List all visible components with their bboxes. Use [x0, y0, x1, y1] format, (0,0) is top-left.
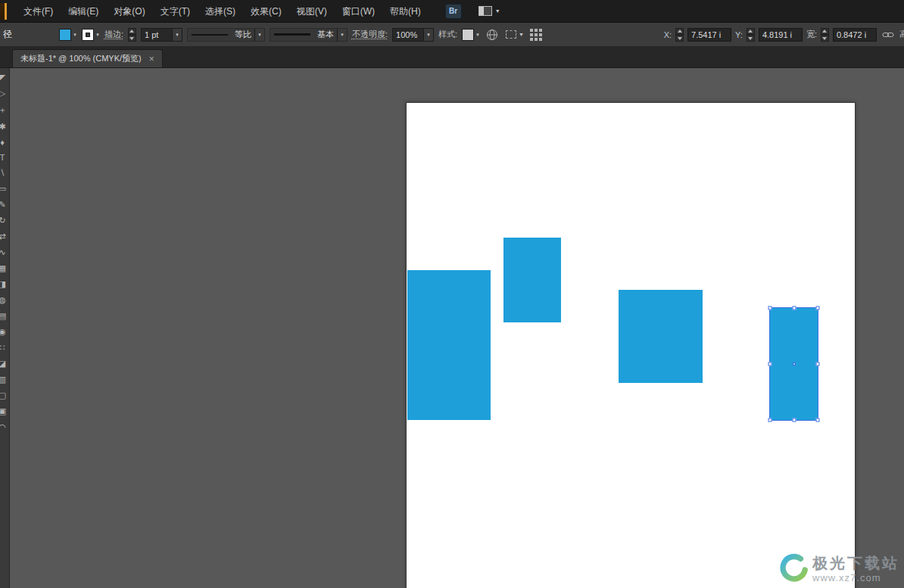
constrain-proportions-button[interactable] [881, 30, 896, 39]
selection-handle[interactable] [768, 306, 772, 310]
y-input[interactable]: 4.8191 i [759, 28, 803, 42]
y-label: Y: [735, 30, 743, 39]
fill-color-swatch[interactable] [59, 29, 71, 41]
layout-icon [478, 6, 492, 16]
chevron-down-icon[interactable]: ▼ [172, 29, 182, 41]
workspace-switcher-button[interactable]: ▼ [478, 6, 500, 16]
recolor-artwork-button[interactable] [485, 29, 500, 41]
tool-icon[interactable]: ▢ [0, 390, 10, 400]
tool-icon[interactable]: ∖ [0, 168, 10, 178]
rectangle-shape-selected[interactable] [770, 308, 818, 420]
artboard[interactable] [406, 102, 856, 588]
tool-icon[interactable]: T [0, 153, 10, 162]
menu-window[interactable]: 窗口(W) [335, 0, 382, 23]
rectangle-shape[interactable] [407, 270, 491, 420]
tool-icon[interactable]: ▤ [0, 311, 10, 321]
tool-icon[interactable]: ◉ [0, 327, 10, 337]
menu-edit[interactable]: 编辑(E) [61, 0, 106, 23]
tool-icon[interactable]: ◨ [0, 279, 10, 289]
y-stepper[interactable] [747, 28, 755, 42]
width-input[interactable]: 0.8472 i [833, 28, 877, 42]
width-profile-label: 等比 [232, 29, 254, 41]
document-tab[interactable]: 未标题-1* @ 100% (CMYK/预览) × [12, 49, 163, 67]
tool-icon[interactable]: ♦ [0, 138, 10, 147]
center-point [793, 362, 796, 366]
width-profile-combo[interactable]: 等比 ▼ [187, 28, 265, 42]
stroke-color-swatch[interactable] [82, 29, 94, 41]
width-label: 宽: [806, 29, 817, 40]
selection-handle[interactable] [816, 418, 820, 422]
selection-handle[interactable] [792, 418, 796, 422]
stroke-width-combo[interactable]: 1 pt ▼ [141, 28, 182, 42]
graphic-style-control[interactable]: ▼ [462, 29, 480, 41]
tool-icon[interactable]: ◠ [0, 422, 10, 432]
rectangle-shape[interactable] [619, 290, 703, 383]
tool-icon[interactable]: ＋ [0, 104, 10, 116]
document-tab-bar: 未标题-1* @ 100% (CMYK/预览) × [0, 47, 904, 68]
fill-color-control[interactable]: ▼ [59, 29, 77, 41]
x-input[interactable]: 7.5417 i [687, 28, 731, 42]
watermark-swirl-icon [778, 553, 809, 585]
selection-handle[interactable] [768, 362, 772, 366]
opacity-panel-link[interactable]: 不透明度: [352, 29, 388, 40]
chevron-down-icon: ▼ [519, 32, 524, 37]
style-label: 样式: [438, 29, 457, 40]
chevron-down-icon[interactable]: ▼ [337, 29, 347, 41]
tool-icon[interactable]: ✎ [0, 200, 10, 210]
stroke-color-control[interactable]: ▼ [82, 29, 100, 41]
tool-icon[interactable]: ◍ [0, 295, 10, 305]
tool-icon[interactable]: ∷ [0, 343, 10, 353]
bridge-launcher-button[interactable]: Br [445, 4, 462, 19]
chain-link-icon [882, 30, 894, 39]
tool-icon[interactable]: ▥ [0, 375, 10, 384]
tool-icon[interactable]: ▷ [0, 89, 10, 98]
chevron-down-icon[interactable]: ▼ [423, 29, 433, 41]
close-icon[interactable]: × [149, 54, 154, 64]
align-dropdown-button[interactable]: ▼ [504, 30, 525, 39]
canvas-area[interactable]: 极光下载站 www.xz7.com [10, 68, 904, 588]
tool-icon[interactable]: ⇄ [0, 232, 10, 241]
stepper-down-icon[interactable] [128, 35, 136, 42]
globe-icon [486, 29, 498, 41]
brush-definition-combo[interactable]: 基本 ▼ [270, 28, 348, 42]
watermark: 极光下载站 www.xz7.com [778, 553, 899, 585]
rectangle-shape[interactable] [503, 238, 561, 322]
stroke-hole [86, 33, 90, 37]
document-tab-title: 未标题-1* @ 100% (CMYK/预览) [20, 53, 142, 64]
selection-handle[interactable] [768, 418, 772, 422]
menu-effect[interactable]: 效果(C) [243, 0, 289, 23]
opacity-combo[interactable]: 100% ▼ [392, 28, 434, 42]
width-stepper[interactable] [821, 28, 829, 42]
stroke-width-stepper[interactable] [128, 28, 136, 42]
stroke-panel-link[interactable]: 描边: [104, 29, 123, 40]
transform-reference-point-icon[interactable] [530, 29, 542, 41]
menu-view[interactable]: 视图(V) [289, 0, 335, 23]
selection-handle[interactable] [816, 362, 820, 366]
align-icon [506, 30, 516, 39]
x-stepper[interactable] [675, 28, 684, 42]
opacity-value: 100% [393, 29, 423, 41]
menu-file[interactable]: 文件(F) [16, 0, 61, 23]
menu-type[interactable]: 文字(T) [153, 0, 198, 23]
chevron-down-icon: ▼ [495, 8, 500, 14]
selection-handle[interactable] [792, 306, 796, 310]
graphic-style-swatch[interactable] [462, 29, 474, 41]
width-profile-preview [192, 34, 228, 36]
tool-icon[interactable]: ✱ [0, 122, 10, 132]
brush-label: 基本 [314, 29, 337, 41]
tool-icon[interactable]: ▣ [0, 406, 10, 416]
tool-icon[interactable]: ∿ [0, 247, 10, 257]
menu-select[interactable]: 选择(S) [198, 0, 243, 23]
tool-icon[interactable]: ◤ [0, 73, 10, 82]
chevron-down-icon[interactable]: ▼ [254, 29, 264, 41]
stepper-up-icon[interactable] [128, 28, 136, 35]
tool-icon[interactable]: ◪ [0, 359, 10, 369]
watermark-site-url: www.xz7.com [812, 573, 899, 583]
tool-icon[interactable]: ↻ [0, 216, 10, 226]
stroke-width-value: 1 pt [142, 29, 172, 41]
menu-object[interactable]: 对象(O) [106, 0, 152, 23]
menu-help[interactable]: 帮助(H) [382, 0, 429, 23]
selection-handle[interactable] [816, 306, 820, 310]
tool-icon[interactable]: ▭ [0, 184, 10, 194]
tool-icon[interactable]: ▦ [0, 263, 10, 273]
